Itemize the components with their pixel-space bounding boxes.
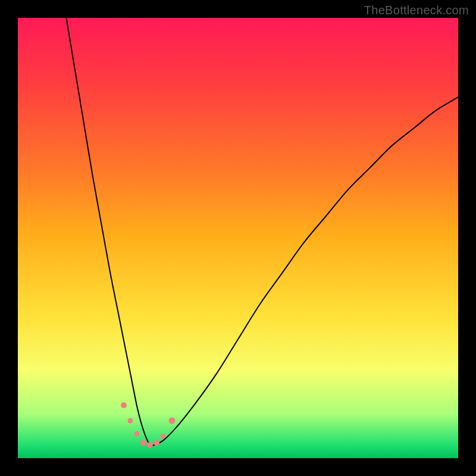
curve-marker [121,402,127,408]
curve-marker [161,434,166,439]
curve-marker [154,440,159,446]
curve-marker [127,418,133,424]
curve-marker [169,418,176,424]
curve-marker [147,442,153,448]
chart-frame: TheBottleneck.com [0,0,476,476]
plot-area [18,18,458,458]
bottleneck-curve [18,18,458,458]
watermark-text: TheBottleneck.com [364,4,469,17]
curve-marker [140,440,146,446]
curve-marker [134,431,139,437]
